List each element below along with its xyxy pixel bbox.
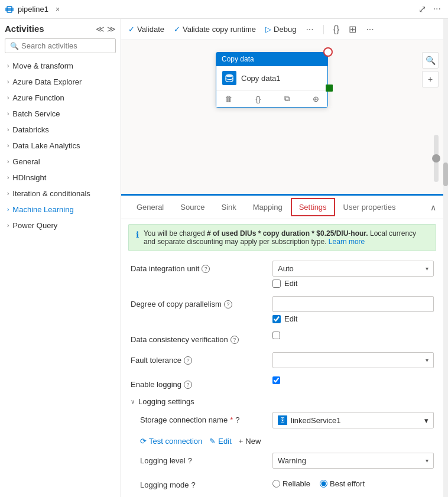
search-icon: 🔍 bbox=[10, 42, 19, 50]
sidebar-item-iteration-conditionals[interactable]: › Iteration & conditionals bbox=[0, 186, 121, 202]
data-consistency-label: Data consistency verification bbox=[131, 335, 228, 344]
enable-logging-help[interactable]: ? bbox=[184, 381, 192, 389]
canvas-controls: 🔍 + bbox=[422, 52, 439, 87]
canvas-search-button[interactable]: 🔍 bbox=[422, 52, 439, 69]
chevron-right-icon: › bbox=[7, 190, 9, 197]
degree-parallelism-edit-label[interactable]: Edit bbox=[284, 314, 297, 323]
sidebar-item-general[interactable]: › General bbox=[0, 154, 121, 170]
storage-connection-help[interactable]: ? bbox=[235, 415, 239, 424]
node-delete-button[interactable]: 🗑 bbox=[222, 93, 235, 105]
sidebar-item-move-transform[interactable]: › Move & transform bbox=[0, 58, 121, 74]
sidebar-item-azure-data-explorer[interactable]: › Azure Data Explorer bbox=[0, 74, 121, 90]
pipeline-icon bbox=[5, 5, 14, 14]
reliable-label: Reliable bbox=[283, 479, 310, 488]
sidebar-item-azure-function[interactable]: › Azure Function bbox=[0, 90, 121, 106]
new-button[interactable]: + New bbox=[239, 437, 261, 446]
toolbar-dots-button[interactable]: ··· bbox=[366, 24, 374, 35]
logging-mode-reliable[interactable]: Reliable bbox=[272, 479, 310, 488]
degree-parallelism-input[interactable] bbox=[272, 296, 434, 312]
node-copy-button[interactable]: ⧉ bbox=[282, 93, 292, 105]
copy-data-node[interactable]: Copy data Copy data1 bbox=[216, 52, 328, 108]
logging-level-dropdown[interactable]: Warning ▾ bbox=[272, 453, 434, 469]
logging-level-row: Logging level ? Warning ▾ bbox=[131, 453, 434, 469]
zoom-slider-thumb[interactable] bbox=[432, 154, 440, 163]
tab-sink[interactable]: Sink bbox=[213, 198, 244, 217]
best-effort-label: Best effort bbox=[330, 479, 365, 488]
fault-tolerance-row: Fault tolerance ? ▾ bbox=[131, 352, 434, 368]
best-effort-radio[interactable] bbox=[320, 480, 327, 488]
chevron-down-icon: ▾ bbox=[426, 265, 428, 272]
expand-button[interactable]: ⤢ bbox=[416, 2, 428, 16]
node-code-button[interactable]: {} bbox=[253, 93, 263, 105]
logging-mode-help[interactable]: ? bbox=[191, 480, 195, 489]
chevron-right-icon: › bbox=[7, 95, 9, 101]
chevron-down-icon: ∨ bbox=[131, 398, 135, 405]
info-icon: ℹ bbox=[136, 230, 139, 239]
toolbar-curly-button[interactable]: {} bbox=[333, 24, 340, 35]
degree-parallelism-label: Degree of copy parallelism bbox=[131, 300, 222, 308]
enable-logging-checkbox[interactable] bbox=[272, 376, 280, 384]
edit-button[interactable]: ✎ Edit bbox=[209, 437, 231, 446]
scrollbar-thumb[interactable] bbox=[443, 163, 448, 186]
data-integration-edit-label[interactable]: Edit bbox=[284, 279, 297, 288]
tab-mapping[interactable]: Mapping bbox=[245, 198, 291, 217]
degree-parallelism-help[interactable]: ? bbox=[224, 300, 232, 308]
close-tab-button[interactable]: × bbox=[52, 4, 63, 15]
right-scrollbar[interactable] bbox=[443, 19, 448, 497]
data-integration-unit-label: Data integration unit bbox=[131, 264, 199, 273]
search-input[interactable] bbox=[21, 41, 121, 50]
data-integration-unit-help[interactable]: ? bbox=[202, 265, 210, 273]
fault-tolerance-dropdown[interactable]: ▾ bbox=[272, 352, 434, 368]
storage-connection-dropdown[interactable]: 🗄 linkedService1 ▾ bbox=[272, 412, 434, 428]
validate-button[interactable]: ✓ Validate bbox=[128, 25, 164, 34]
panel-collapse-button[interactable]: ∧ bbox=[430, 203, 436, 212]
sidebar-item-hdinsight[interactable]: › HDInsight bbox=[0, 170, 121, 186]
sidebar-item-power-query[interactable]: › Power Query bbox=[0, 217, 121, 233]
data-consistency-checkbox[interactable] bbox=[272, 332, 280, 339]
sidebar-expand-icon[interactable]: ≫ bbox=[107, 24, 116, 34]
toolbar-grid-button[interactable]: ⊞ bbox=[349, 24, 356, 35]
logging-level-help[interactable]: ? bbox=[188, 456, 192, 465]
sidebar-item-databricks[interactable]: › Databricks bbox=[0, 122, 121, 138]
tab-source[interactable]: Source bbox=[172, 198, 213, 217]
logging-mode-best-effort[interactable]: Best effort bbox=[320, 479, 365, 488]
logging-settings-header[interactable]: ∨ Logging settings bbox=[131, 397, 434, 406]
data-integration-edit-checkbox[interactable] bbox=[272, 280, 281, 288]
data-integration-unit-dropdown[interactable]: Auto ▾ bbox=[272, 261, 434, 277]
sidebar-item-machine-learning[interactable]: › Machine Learning bbox=[0, 202, 121, 217]
degree-parallelism-edit-checkbox[interactable] bbox=[272, 315, 281, 323]
chevron-right-icon: › bbox=[7, 206, 9, 213]
enable-logging-label: Enable logging bbox=[131, 380, 181, 389]
required-indicator: * bbox=[230, 415, 233, 424]
toolbar-more-button[interactable]: ··· bbox=[306, 24, 313, 35]
fault-tolerance-help[interactable]: ? bbox=[184, 356, 192, 365]
checkmark-icon: ✓ bbox=[128, 25, 135, 34]
chevron-right-icon: › bbox=[7, 79, 9, 85]
reliable-radio[interactable] bbox=[272, 480, 280, 488]
test-connection-button[interactable]: ⟳ Test connection bbox=[140, 437, 202, 446]
sidebar-collapse-icon[interactable]: ≪ bbox=[96, 24, 105, 34]
chevron-right-icon: › bbox=[7, 222, 9, 229]
edit-icon: ✎ bbox=[209, 437, 216, 446]
more-options-button[interactable]: ··· bbox=[431, 2, 443, 16]
tab-general[interactable]: General bbox=[128, 198, 172, 217]
sidebar-item-batch-service[interactable]: › Batch Service bbox=[0, 106, 121, 122]
storage-connection-label: Storage connection name bbox=[140, 415, 228, 424]
debug-button[interactable]: ▷ Debug bbox=[265, 25, 296, 34]
bottom-panel: General Source Sink Mapping Settings Use… bbox=[121, 194, 443, 497]
chevron-down-icon: ▾ bbox=[424, 416, 428, 425]
node-add-button[interactable]: ⊕ bbox=[310, 93, 322, 105]
title-bar: pipeline1 × ⤢ ··· bbox=[0, 0, 448, 19]
sidebar-item-data-lake-analytics[interactable]: › Data Lake Analytics bbox=[0, 138, 121, 154]
copy-data-icon bbox=[222, 71, 236, 85]
data-consistency-help[interactable]: ? bbox=[231, 336, 239, 344]
learn-more-link[interactable]: Learn more bbox=[329, 238, 365, 246]
canvas-zoom-in-button[interactable]: + bbox=[422, 71, 439, 87]
tab-settings[interactable]: Settings bbox=[291, 198, 335, 216]
tab-user-properties[interactable]: User properties bbox=[335, 198, 404, 217]
checkmark-icon: ✓ bbox=[174, 25, 180, 34]
validate-copy-button[interactable]: ✓ Validate copy runtime bbox=[174, 25, 256, 34]
chevron-right-icon: › bbox=[7, 111, 9, 117]
toolbar-separator bbox=[323, 25, 324, 34]
svg-point-2 bbox=[226, 74, 233, 77]
